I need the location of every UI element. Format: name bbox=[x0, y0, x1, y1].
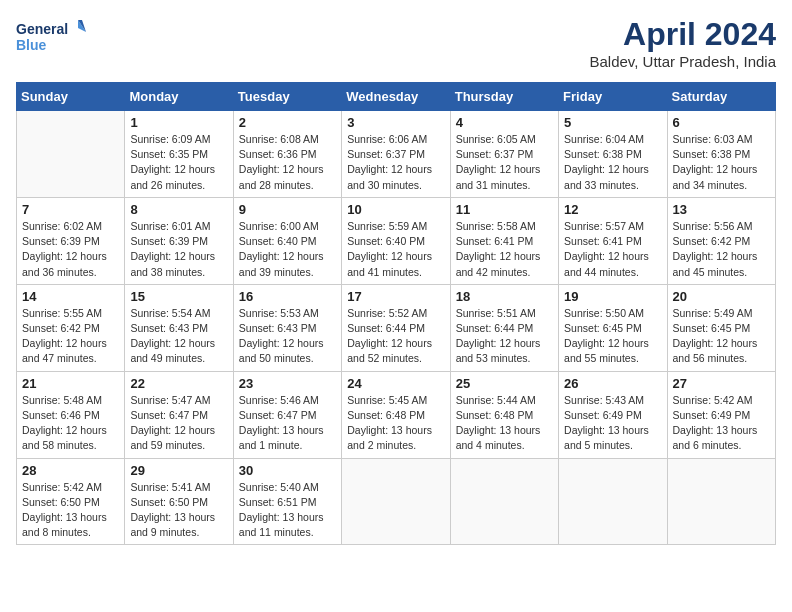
calendar-cell bbox=[342, 458, 450, 545]
calendar-cell: 10Sunrise: 5:59 AMSunset: 6:40 PMDayligh… bbox=[342, 197, 450, 284]
day-number: 27 bbox=[673, 376, 770, 391]
calendar-cell: 4Sunrise: 6:05 AMSunset: 6:37 PMDaylight… bbox=[450, 111, 558, 198]
day-number: 24 bbox=[347, 376, 444, 391]
day-number: 14 bbox=[22, 289, 119, 304]
day-number: 29 bbox=[130, 463, 227, 478]
subtitle: Baldev, Uttar Pradesh, India bbox=[590, 53, 777, 70]
title-area: April 2024 Baldev, Uttar Pradesh, India bbox=[590, 16, 777, 70]
calendar-header-row: SundayMondayTuesdayWednesdayThursdayFrid… bbox=[17, 83, 776, 111]
logo-svg: General Blue bbox=[16, 16, 86, 60]
day-info: Sunrise: 5:55 AMSunset: 6:42 PMDaylight:… bbox=[22, 306, 119, 367]
day-info: Sunrise: 5:52 AMSunset: 6:44 PMDaylight:… bbox=[347, 306, 444, 367]
calendar-cell: 28Sunrise: 5:42 AMSunset: 6:50 PMDayligh… bbox=[17, 458, 125, 545]
day-number: 1 bbox=[130, 115, 227, 130]
day-info: Sunrise: 5:53 AMSunset: 6:43 PMDaylight:… bbox=[239, 306, 336, 367]
calendar-cell: 16Sunrise: 5:53 AMSunset: 6:43 PMDayligh… bbox=[233, 284, 341, 371]
day-number: 23 bbox=[239, 376, 336, 391]
day-info: Sunrise: 5:43 AMSunset: 6:49 PMDaylight:… bbox=[564, 393, 661, 454]
calendar-cell bbox=[450, 458, 558, 545]
calendar-cell bbox=[17, 111, 125, 198]
day-number: 7 bbox=[22, 202, 119, 217]
day-number: 30 bbox=[239, 463, 336, 478]
day-info: Sunrise: 6:01 AMSunset: 6:39 PMDaylight:… bbox=[130, 219, 227, 280]
calendar-cell bbox=[559, 458, 667, 545]
day-number: 17 bbox=[347, 289, 444, 304]
main-title: April 2024 bbox=[590, 16, 777, 53]
day-number: 9 bbox=[239, 202, 336, 217]
calendar-cell: 9Sunrise: 6:00 AMSunset: 6:40 PMDaylight… bbox=[233, 197, 341, 284]
calendar-week-4: 21Sunrise: 5:48 AMSunset: 6:46 PMDayligh… bbox=[17, 371, 776, 458]
day-info: Sunrise: 5:59 AMSunset: 6:40 PMDaylight:… bbox=[347, 219, 444, 280]
calendar-cell: 13Sunrise: 5:56 AMSunset: 6:42 PMDayligh… bbox=[667, 197, 775, 284]
calendar-cell: 20Sunrise: 5:49 AMSunset: 6:45 PMDayligh… bbox=[667, 284, 775, 371]
calendar-table: SundayMondayTuesdayWednesdayThursdayFrid… bbox=[16, 82, 776, 545]
calendar-cell: 6Sunrise: 6:03 AMSunset: 6:38 PMDaylight… bbox=[667, 111, 775, 198]
calendar-cell: 3Sunrise: 6:06 AMSunset: 6:37 PMDaylight… bbox=[342, 111, 450, 198]
day-info: Sunrise: 5:40 AMSunset: 6:51 PMDaylight:… bbox=[239, 480, 336, 541]
day-number: 8 bbox=[130, 202, 227, 217]
calendar-cell: 17Sunrise: 5:52 AMSunset: 6:44 PMDayligh… bbox=[342, 284, 450, 371]
calendar-cell: 26Sunrise: 5:43 AMSunset: 6:49 PMDayligh… bbox=[559, 371, 667, 458]
day-number: 22 bbox=[130, 376, 227, 391]
day-info: Sunrise: 6:06 AMSunset: 6:37 PMDaylight:… bbox=[347, 132, 444, 193]
day-number: 25 bbox=[456, 376, 553, 391]
calendar-cell: 22Sunrise: 5:47 AMSunset: 6:47 PMDayligh… bbox=[125, 371, 233, 458]
day-info: Sunrise: 5:42 AMSunset: 6:50 PMDaylight:… bbox=[22, 480, 119, 541]
weekday-header-thursday: Thursday bbox=[450, 83, 558, 111]
day-info: Sunrise: 5:41 AMSunset: 6:50 PMDaylight:… bbox=[130, 480, 227, 541]
day-info: Sunrise: 6:09 AMSunset: 6:35 PMDaylight:… bbox=[130, 132, 227, 193]
day-info: Sunrise: 5:51 AMSunset: 6:44 PMDaylight:… bbox=[456, 306, 553, 367]
day-number: 2 bbox=[239, 115, 336, 130]
calendar-cell: 30Sunrise: 5:40 AMSunset: 6:51 PMDayligh… bbox=[233, 458, 341, 545]
calendar-week-5: 28Sunrise: 5:42 AMSunset: 6:50 PMDayligh… bbox=[17, 458, 776, 545]
calendar-cell: 18Sunrise: 5:51 AMSunset: 6:44 PMDayligh… bbox=[450, 284, 558, 371]
calendar-cell bbox=[667, 458, 775, 545]
calendar-week-2: 7Sunrise: 6:02 AMSunset: 6:39 PMDaylight… bbox=[17, 197, 776, 284]
calendar-cell: 19Sunrise: 5:50 AMSunset: 6:45 PMDayligh… bbox=[559, 284, 667, 371]
weekday-header-tuesday: Tuesday bbox=[233, 83, 341, 111]
day-number: 18 bbox=[456, 289, 553, 304]
day-info: Sunrise: 6:04 AMSunset: 6:38 PMDaylight:… bbox=[564, 132, 661, 193]
day-number: 21 bbox=[22, 376, 119, 391]
weekday-header-friday: Friday bbox=[559, 83, 667, 111]
calendar-cell: 24Sunrise: 5:45 AMSunset: 6:48 PMDayligh… bbox=[342, 371, 450, 458]
day-number: 4 bbox=[456, 115, 553, 130]
calendar-cell: 1Sunrise: 6:09 AMSunset: 6:35 PMDaylight… bbox=[125, 111, 233, 198]
calendar-cell: 2Sunrise: 6:08 AMSunset: 6:36 PMDaylight… bbox=[233, 111, 341, 198]
weekday-header-sunday: Sunday bbox=[17, 83, 125, 111]
day-info: Sunrise: 5:48 AMSunset: 6:46 PMDaylight:… bbox=[22, 393, 119, 454]
svg-text:Blue: Blue bbox=[16, 37, 47, 53]
header: General Blue April 2024 Baldev, Uttar Pr… bbox=[16, 16, 776, 70]
day-info: Sunrise: 6:08 AMSunset: 6:36 PMDaylight:… bbox=[239, 132, 336, 193]
calendar-cell: 15Sunrise: 5:54 AMSunset: 6:43 PMDayligh… bbox=[125, 284, 233, 371]
day-info: Sunrise: 5:50 AMSunset: 6:45 PMDaylight:… bbox=[564, 306, 661, 367]
calendar-cell: 21Sunrise: 5:48 AMSunset: 6:46 PMDayligh… bbox=[17, 371, 125, 458]
weekday-header-monday: Monday bbox=[125, 83, 233, 111]
calendar-week-3: 14Sunrise: 5:55 AMSunset: 6:42 PMDayligh… bbox=[17, 284, 776, 371]
day-info: Sunrise: 6:03 AMSunset: 6:38 PMDaylight:… bbox=[673, 132, 770, 193]
day-info: Sunrise: 5:47 AMSunset: 6:47 PMDaylight:… bbox=[130, 393, 227, 454]
day-number: 11 bbox=[456, 202, 553, 217]
day-number: 13 bbox=[673, 202, 770, 217]
day-number: 10 bbox=[347, 202, 444, 217]
calendar-cell: 5Sunrise: 6:04 AMSunset: 6:38 PMDaylight… bbox=[559, 111, 667, 198]
day-number: 3 bbox=[347, 115, 444, 130]
day-number: 28 bbox=[22, 463, 119, 478]
calendar-week-1: 1Sunrise: 6:09 AMSunset: 6:35 PMDaylight… bbox=[17, 111, 776, 198]
day-info: Sunrise: 6:05 AMSunset: 6:37 PMDaylight:… bbox=[456, 132, 553, 193]
calendar-cell: 14Sunrise: 5:55 AMSunset: 6:42 PMDayligh… bbox=[17, 284, 125, 371]
day-number: 5 bbox=[564, 115, 661, 130]
day-number: 20 bbox=[673, 289, 770, 304]
day-number: 16 bbox=[239, 289, 336, 304]
logo: General Blue bbox=[16, 16, 86, 60]
day-info: Sunrise: 5:49 AMSunset: 6:45 PMDaylight:… bbox=[673, 306, 770, 367]
day-info: Sunrise: 6:00 AMSunset: 6:40 PMDaylight:… bbox=[239, 219, 336, 280]
day-number: 12 bbox=[564, 202, 661, 217]
calendar-body: 1Sunrise: 6:09 AMSunset: 6:35 PMDaylight… bbox=[17, 111, 776, 545]
calendar-cell: 11Sunrise: 5:58 AMSunset: 6:41 PMDayligh… bbox=[450, 197, 558, 284]
day-number: 15 bbox=[130, 289, 227, 304]
calendar-cell: 12Sunrise: 5:57 AMSunset: 6:41 PMDayligh… bbox=[559, 197, 667, 284]
day-info: Sunrise: 5:46 AMSunset: 6:47 PMDaylight:… bbox=[239, 393, 336, 454]
svg-text:General: General bbox=[16, 21, 68, 37]
calendar-cell: 27Sunrise: 5:42 AMSunset: 6:49 PMDayligh… bbox=[667, 371, 775, 458]
